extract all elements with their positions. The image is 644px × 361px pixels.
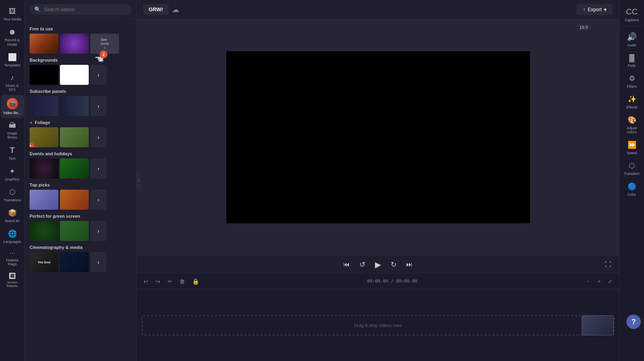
forward-button[interactable]: ↻ [389,259,398,271]
track-clip[interactable] [582,315,614,335]
panel-collapse-button[interactable]: ‹ [136,172,137,189]
thumb-cin1[interactable]: The End [30,252,58,272]
thumb-purple-smoke[interactable] [60,34,89,54]
undo-button[interactable]: ↩ [142,277,150,286]
thumb-gs1[interactable] [30,221,58,241]
fullscreen-icon: ⛶ [605,261,611,268]
skip-back-button[interactable]: ⏮ [342,259,351,270]
sidebar-item-text[interactable]: T Text [1,142,24,164]
zoom-controls: － ＋ ⤢ [583,277,614,286]
thumb-sunset[interactable] [30,34,58,54]
thumb-white-bg[interactable] [60,65,89,85]
export-chevron-icon: ▾ [604,7,606,12]
arrow-right-icon-events: › [98,165,100,172]
timeline-area: ↩ ↪ ✂ 🗑 🔒 00:00.00 / 00:00.00 － [137,273,619,361]
sidebar-item-video-library[interactable]: 🎬 Video libr... [1,95,24,118]
track-drop-zone[interactable]: Drag & drop videos here [142,315,614,335]
sidebar-item-templates[interactable]: ⬜ Templates [1,50,24,70]
sidebar-item-languages[interactable]: 🌐 Languages [1,226,24,247]
sidebar-item-image-library[interactable]: 🏔 Imagelibrary [1,118,24,142]
see-more-button[interactable]: Seemore › ☛ 2 [90,34,119,54]
effects-icon: ✨ [628,95,636,104]
cut-icon: ✂ [167,278,172,285]
right-item-adjust-colors[interactable]: 🎨 Adjustcolors [620,112,644,137]
project-name-button[interactable]: GRW! [143,4,169,15]
thumb-sub1[interactable] [30,96,58,116]
subscribe-arrow[interactable]: › [90,96,106,116]
top-bar: GRW! ☁ ↑ Export ▾ [137,0,619,19]
section-top-picks-row: › [30,190,132,210]
play-button[interactable]: ▶ [373,258,383,271]
section-subscribe-title: Subscribe panels [30,89,132,94]
section-free-to-use-title: Free to use [30,26,132,31]
section-top-picks-title: Top picks [30,183,132,187]
skip-forward-button[interactable]: ⏭ [405,259,414,270]
thumb-foliage2[interactable] [60,127,89,147]
video-canvas [226,51,530,223]
timeline-track-area: Drag & drop videos here [137,289,619,361]
top-picks-arrow[interactable]: › [90,190,106,210]
filters-icon: ⚙ [629,74,635,83]
thumb-sub2[interactable] [60,96,89,116]
zoom-out-button[interactable]: － [583,277,593,286]
video-library-panel: 🔍 Free to use Seemore › ☛ 2 [25,0,137,361]
redo-button[interactable]: ↪ [154,277,162,286]
record-create-icon: ⏺ [9,28,16,36]
sidebar-item-your-media[interactable]: 🖼 Your media [1,4,24,25]
right-item-effects[interactable]: ✨ Effects [620,92,644,112]
cut-button[interactable]: ✂ [165,277,174,286]
sidebar-item-feature-flags[interactable]: ⋯ FeatureFlags [1,247,24,269]
help-button[interactable]: ? [626,315,641,329]
thumb-cin2[interactable] [60,252,89,272]
right-item-filters[interactable]: ⚙ Filters [620,71,644,92]
right-item-transition[interactable]: ⬡ Transition [620,158,644,179]
thumb-gs2[interactable] [60,221,89,241]
rewind-button[interactable]: ↺ [358,259,367,271]
cloud-save-button[interactable]: ☁ [172,5,179,14]
fullscreen-button[interactable]: ⛶ [603,259,613,270]
section-foliage-title: ✦ Foliage [30,120,132,125]
thumb-events1[interactable] [30,158,58,178]
see-more-label: Seemore [101,38,109,46]
search-area: 🔍 [25,0,136,19]
right-item-audio[interactable]: 🔊 Audio [620,29,644,50]
your-media-icon: 🖼 [9,7,16,16]
delete-button[interactable]: 🗑 [177,277,187,286]
right-item-color[interactable]: 🔵 Color [620,179,644,200]
sidebar-item-music-sfx[interactable]: ♪ Music & SFX [1,70,24,95]
export-button[interactable]: ↑ Export ▾ [576,4,613,15]
section-events-row: › [30,158,132,178]
fit-button[interactable]: ⤢ [606,277,614,286]
skip-back-icon: ⏮ [343,261,350,268]
sidebar-item-brand-kit[interactable]: 📦 Brand kit [1,205,24,226]
zoom-in-button[interactable]: ＋ [594,277,604,286]
thumb-top2[interactable] [60,190,89,210]
thumb-foliage1[interactable]: 1 [30,127,58,147]
events-arrow[interactable]: › [90,158,106,178]
sidebar-item-transitions[interactable]: ⬡ Transitions [1,185,24,205]
sidebar-item-version[interactable]: 🔳 Versionf06ba3c [1,269,24,291]
sidebar-item-record-create[interactable]: ⏺ Record &create [1,25,24,50]
right-item-fade[interactable]: ▓ Fade [620,50,644,71]
brand-kit-icon: 📦 [8,209,17,217]
video-library-avatar: 🎬 [7,98,18,109]
thumb-top1[interactable] [30,190,58,210]
right-item-captions[interactable]: CC Captions [620,4,644,26]
adjust-colors-icon: 🎨 [628,116,636,124]
right-item-speed[interactable]: ⏩ Speed [620,137,644,158]
transition-icon: ⬡ [629,161,635,170]
green-screen-arrow[interactable]: › [90,221,106,241]
cinematography-arrow[interactable]: › [90,252,106,272]
thumb-events2[interactable] [60,158,89,178]
sidebar-item-graphics[interactable]: ✦ Graphics [1,164,24,185]
thumb-black-bg[interactable] [30,65,58,85]
backgrounds-arrow[interactable]: › [90,65,106,85]
zoom-out-icon: － [585,278,591,284]
foliage-arrow[interactable]: › [90,127,106,147]
search-input[interactable] [44,7,127,12]
graphics-icon: ✦ [9,167,15,176]
arrow-right-icon-cin: › [98,259,100,265]
timeline-track: Drag & drop videos here [142,313,614,337]
playback-controls: ⏮ ↺ ▶ ↻ ⏭ ⛶ [137,255,619,273]
lock-button[interactable]: 🔒 [190,277,201,286]
